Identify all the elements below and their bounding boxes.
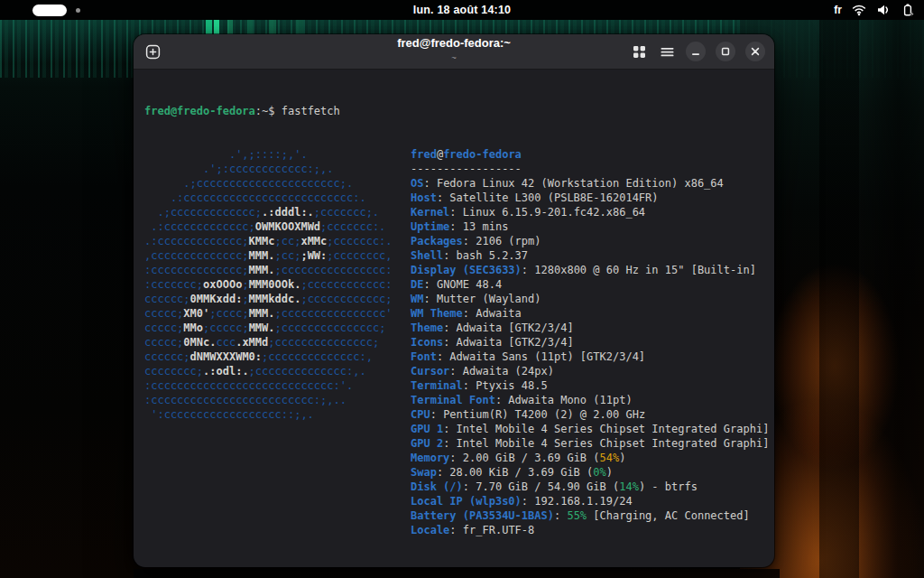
- terminal-line: Cursor: Adwaita (24px): [411, 364, 769, 378]
- terminal-line: Theme: Adwaita [GTK2/3/4]: [411, 321, 769, 335]
- terminal-line: OS: Fedora Linux 42 (Workstation Edition…: [411, 176, 769, 191]
- terminal-line: Memory: 2.00 GiB / 3.69 GiB (54%): [411, 451, 769, 465]
- terminal-line: Host: Satellite L300 (PSLB8E-162014FR): [411, 191, 769, 205]
- keyboard-layout-indicator[interactable]: fr: [834, 4, 842, 16]
- terminal-line: :ccccccccccccccccccccccccc:;,..: [144, 393, 393, 407]
- terminal-line: Shell: bash 5.2.37: [411, 248, 769, 263]
- battery-charging-icon[interactable]: [901, 3, 915, 17]
- tab-overview-button[interactable]: [630, 42, 648, 61]
- terminal-line: -----------------: [411, 162, 769, 176]
- terminal-line: .',;::::;,'.: [144, 147, 393, 162]
- terminal-line: Disk (/): 7.70 GiB / 54.90 GiB (14%) - b…: [411, 480, 769, 494]
- terminal-line: cccccc;dNMWXXXWM0:;cccccccccccccc:,: [144, 350, 393, 364]
- terminal-line: WM Theme: Adwaita: [411, 306, 769, 321]
- terminal-line: GPU 1: Intel Mobile 4 Series Chipset Int…: [411, 422, 769, 436]
- wallpaper-floor-strip: [134, 569, 780, 578]
- terminal-line: :cccccccccccccc;MMM.;cccccccccccccccc:: [144, 263, 393, 277]
- terminal-line: Local IP (wlp3s0): 192.168.1.19/24: [411, 494, 769, 508]
- active-workspace-pill[interactable]: [32, 5, 67, 16]
- terminal-line: Icons: Adwaita [GTK2/3/4]: [411, 335, 769, 350]
- top-bar: lun. 18 août 14:10 fr: [0, 0, 924, 20]
- terminal-line: Uptime: 13 mins: [411, 219, 769, 234]
- terminal-line: ':cccccccccccccccccc::;,.: [144, 407, 393, 422]
- new-tab-button[interactable]: [142, 41, 163, 62]
- terminal-line: WM: Mutter (Wayland): [411, 292, 769, 306]
- window-title: fred@fredo-fedora:~: [397, 37, 511, 49]
- terminal-line: .:cccccccccccccccccccccccccc:.: [144, 191, 393, 205]
- prompt-line-command: fred@fredo-fedora:~$ fastfetch: [144, 104, 774, 118]
- workspace-indicator[interactable]: [32, 0, 80, 20]
- terminal-line: Terminal Font: Adwaita Mono (11pt): [411, 393, 769, 407]
- terminal-line: Swap: 28.00 KiB / 3.69 GiB (0%): [411, 465, 769, 480]
- terminal-line: Terminal: Ptyxis 48.5: [411, 378, 769, 393]
- clock-menu[interactable]: lun. 18 août 14:10: [413, 0, 512, 20]
- terminal-line: DE: GNOME 48.4: [411, 277, 769, 292]
- terminal-line: .:ccccccccccccc;KMMc;cc;xMMc;ccccccc:.: [144, 234, 393, 248]
- fastfetch-info-column: fred@fredo-fedora-----------------OS: Fe…: [411, 147, 769, 537]
- terminal-line: ccccc;MMo;ccccc;MMW.;ccccccccccccccc;: [144, 321, 393, 335]
- terminal-line: :cccccccccccccccccccccccccccc:'.: [144, 378, 393, 393]
- terminal-line: .;ccccccccccccc;.:dddl:.;ccccccc;.: [144, 205, 393, 219]
- terminal-line: Kernel: Linux 6.15.9-201.fc42.x86_64: [411, 205, 769, 219]
- terminal-window: fred@fredo-fedora:~ ~: [134, 34, 774, 567]
- terminal-line: ccccc;XM0';cccc;MMM.;cccccccccccccccc': [144, 306, 393, 321]
- terminal-line: CPU: Pentium(R) T4200 (2) @ 2.00 GHz: [411, 407, 769, 422]
- terminal-line: ,cccccccccccccc;MMM.;cc;;WW:;cccccccc,: [144, 248, 393, 263]
- terminal-content[interactable]: fred@fredo-fedora:~$ fastfetch .',;::::;…: [134, 70, 774, 567]
- terminal-line: .:ccccccccccccc;OWMKOOXMWd;ccccccc:.: [144, 219, 393, 234]
- minimize-button[interactable]: [686, 42, 706, 61]
- system-status-area[interactable]: fr: [834, 0, 915, 20]
- terminal-line: .;cccccccccccccccccccccc;.: [144, 176, 393, 191]
- terminal-line: .';:cccccccccccc:;,.: [144, 162, 393, 176]
- terminal-line: cccccc;0MMKxdd:;MMMkddc.;cccccccccccc;: [144, 292, 393, 306]
- terminal-line: fred@fredo-fedora:~$ fastfetch: [144, 104, 774, 118]
- close-button[interactable]: [745, 42, 765, 61]
- volume-icon[interactable]: [876, 3, 891, 17]
- terminal-line: Font: Adwaita Sans (11pt) [GTK2/3/4]: [411, 350, 769, 364]
- menu-button[interactable]: [658, 42, 676, 61]
- terminal-line: Battery (PA3534U-1BAS): 55% [Charging, A…: [411, 508, 769, 523]
- terminal-line: Locale: fr_FR.UTF-8: [411, 523, 769, 537]
- terminal-line: ccccc;0MNc.ccc.xMMd;ccccccccccccccc;: [144, 335, 393, 350]
- maximize-button[interactable]: [716, 42, 735, 61]
- window-header[interactable]: fred@fredo-fedora:~ ~: [134, 34, 774, 70]
- inactive-workspace-dot[interactable]: [76, 8, 80, 13]
- window-subtitle: ~: [397, 53, 511, 62]
- wifi-icon[interactable]: [852, 3, 866, 17]
- terminal-line: GPU 2: Intel Mobile 4 Series Chipset Int…: [411, 436, 769, 451]
- terminal-line: cccccccc;.:odl:.;cccccccccccccc:,.: [144, 364, 393, 378]
- fedora-ascii-logo: .',;::::;,'. .';:cccccccccccc:;,. .;cccc…: [144, 147, 393, 422]
- terminal-line: Display (SEC3633): 1280x800 @ 60 Hz in 1…: [411, 263, 769, 277]
- terminal-line: fred@fredo-fedora: [411, 147, 769, 162]
- terminal-line: Packages: 2106 (rpm): [411, 234, 769, 248]
- terminal-line: :ccccccc;oxOOOo;MMM0OOk.;cccccccccccc:: [144, 277, 393, 292]
